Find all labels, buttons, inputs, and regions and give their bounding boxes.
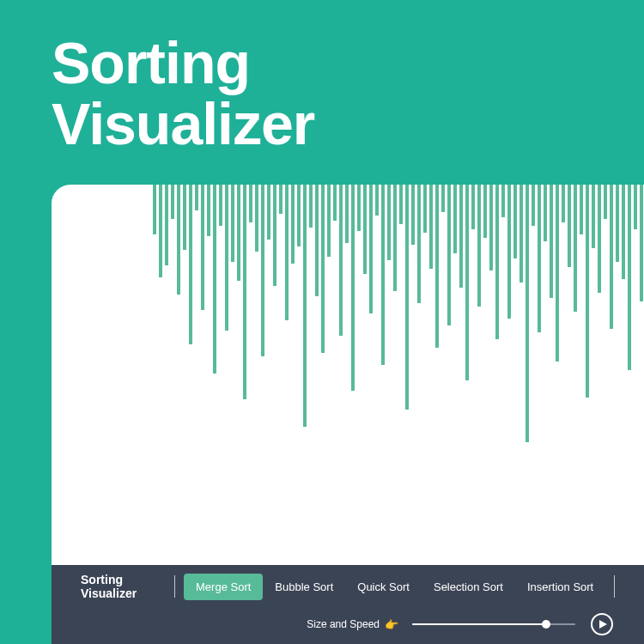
sort-bar: [501, 185, 505, 217]
algorithm-option-quick-sort[interactable]: Quick Sort: [345, 574, 422, 600]
sort-bar: [399, 185, 403, 224]
sort-bar: [477, 185, 481, 307]
sort-bar: [291, 185, 295, 264]
sort-bar: [580, 185, 583, 234]
sort-bar: [435, 185, 439, 348]
sort-bar: [562, 185, 565, 222]
sort-bar: [381, 185, 385, 365]
sort-bar: [327, 185, 331, 257]
play-button[interactable]: [589, 611, 615, 637]
sort-bar: [495, 185, 499, 339]
sort-bar: [315, 185, 319, 296]
sort-bar: [189, 185, 192, 344]
sort-bar: [556, 185, 559, 361]
sort-bar: [171, 185, 174, 219]
sort-bar: [297, 185, 301, 246]
sort-bar: [231, 185, 234, 262]
sort-bar: [333, 185, 337, 221]
divider: [614, 575, 615, 598]
sort-bar: [550, 185, 553, 298]
sort-bar: [375, 185, 379, 216]
sort-bar: [303, 185, 307, 427]
algorithm-list: Merge SortBubble SortQuick SortSelection…: [184, 574, 605, 600]
pointing-icon: 👉: [385, 618, 398, 631]
sort-bar: [574, 185, 577, 312]
sort-bar: [225, 185, 228, 331]
speed-slider[interactable]: [412, 618, 575, 630]
sort-bar: [453, 185, 457, 253]
sort-bar: [207, 185, 210, 236]
play-icon: [590, 612, 614, 636]
controls-row-algorithms: Sorting Visualizer Merge SortBubble Sort…: [81, 565, 615, 608]
speed-label-text: Size and Speed: [307, 618, 380, 630]
sort-bar: [429, 185, 433, 269]
slider-thumb[interactable]: [542, 620, 550, 629]
sort-bar: [411, 185, 415, 245]
sort-bar: [465, 185, 469, 380]
sort-bar: [628, 185, 631, 370]
sort-bar: [592, 185, 595, 248]
sort-bar: [634, 185, 637, 229]
controls-brand: Sorting Visualizer: [81, 573, 174, 600]
sort-bar: [345, 185, 349, 243]
controls-row-speed: Size and Speed 👉: [81, 608, 615, 641]
sort-bar: [249, 185, 252, 222]
algorithm-option-insertion-sort[interactable]: Insertion Sort: [515, 574, 605, 600]
sort-bar: [441, 185, 445, 212]
title-line-2: Visualizer: [52, 94, 644, 155]
sort-bar: [489, 185, 493, 270]
sort-bar: [195, 185, 198, 210]
sort-bar: [532, 185, 535, 226]
sort-bar: [201, 185, 204, 310]
sort-bar: [423, 185, 427, 233]
algorithm-option-merge-sort[interactable]: Merge Sort: [184, 574, 263, 600]
sort-bar: [417, 185, 421, 303]
sort-bar: [159, 185, 162, 277]
sort-bar: [526, 185, 529, 442]
bars-container: [52, 185, 644, 565]
divider: [174, 575, 175, 598]
sort-bar: [538, 185, 541, 332]
speed-label: Size and Speed 👉: [307, 618, 398, 631]
sort-bar: [183, 185, 186, 250]
sort-bar: [339, 185, 343, 336]
title-line-1: Sorting: [52, 33, 644, 94]
sort-bar: [357, 185, 361, 231]
sort-bar: [165, 185, 168, 265]
sort-bar: [351, 185, 355, 391]
algorithm-option-selection-sort[interactable]: Selection Sort: [422, 574, 515, 600]
sort-bar: [321, 185, 325, 353]
sort-bar: [177, 185, 180, 295]
visualizer-panel: Sorting Visualizer Merge SortBubble Sort…: [52, 185, 644, 644]
sort-bar: [513, 185, 517, 258]
sort-bar: [387, 185, 391, 260]
controls-bar: Sorting Visualizer Merge SortBubble Sort…: [52, 565, 644, 644]
sort-bar: [309, 185, 313, 228]
sort-bar: [471, 185, 475, 229]
sort-bar: [369, 185, 373, 313]
sort-bar: [586, 185, 589, 398]
sort-bar: [153, 185, 156, 234]
sort-bar: [507, 185, 511, 319]
sort-bar: [405, 185, 409, 410]
sort-bar: [393, 185, 397, 291]
sort-bar: [519, 185, 523, 283]
sort-bar: [267, 185, 270, 240]
algorithm-option-bubble-sort[interactable]: Bubble Sort: [263, 574, 345, 600]
sort-bar: [616, 185, 619, 262]
sort-bar: [568, 185, 571, 267]
sort-bar: [610, 185, 613, 329]
sort-bar: [459, 185, 463, 288]
sort-bar: [285, 185, 289, 320]
sort-bar: [622, 185, 625, 279]
slider-fill: [412, 623, 546, 625]
sort-bar: [243, 185, 246, 399]
sort-bar: [213, 185, 216, 374]
sort-bar: [640, 185, 643, 301]
sort-bar: [544, 185, 547, 241]
page-title: Sorting Visualizer: [0, 0, 644, 155]
sort-bar: [279, 185, 283, 214]
svg-marker-1: [599, 620, 607, 629]
sort-bar: [255, 185, 258, 252]
sort-bar: [237, 185, 240, 281]
